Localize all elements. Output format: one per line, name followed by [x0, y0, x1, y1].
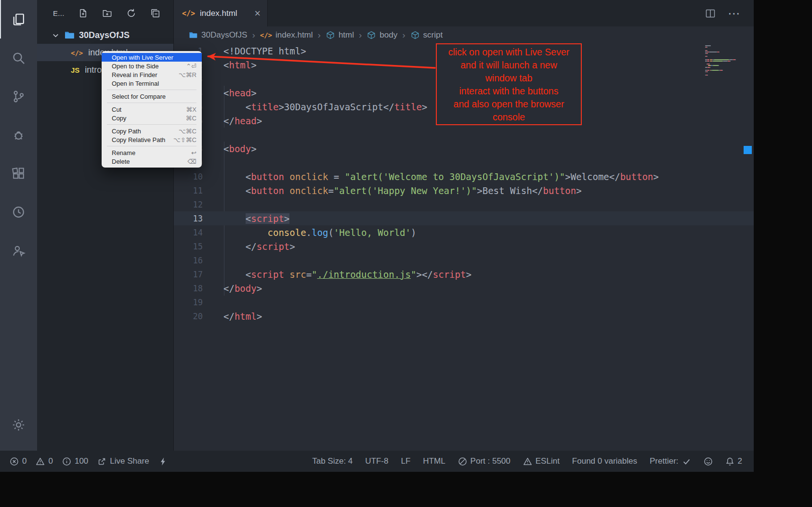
activity-run-and-debug[interactable]: [0, 116, 37, 154]
code-line-10[interactable]: 10 <button onclick = "alert('Welcome to …: [174, 169, 754, 183]
line-number: 17: [174, 270, 203, 279]
code-line-19[interactable]: 19: [174, 295, 754, 309]
status-variables[interactable]: Found 0 variables: [572, 456, 637, 466]
code-text: </body>: [223, 283, 262, 294]
annotation-text-line: click on open with Live Sever: [437, 46, 581, 59]
sidebar-header: E...: [37, 0, 173, 26]
menu-item-label: Open to the Side: [112, 63, 159, 70]
code-text: <body>: [223, 143, 257, 154]
close-icon[interactable]: ×: [254, 8, 261, 19]
code-line-20[interactable]: 20</html>: [174, 309, 754, 323]
annotation-text-line: window tab: [437, 72, 581, 85]
menu-item-rename[interactable]: Rename↩: [102, 148, 202, 157]
code-line-7[interactable]: 7: [174, 128, 754, 142]
split-editor-icon[interactable]: [705, 8, 716, 19]
new-file-button[interactable]: [78, 8, 89, 19]
status-label: UTF-8: [365, 456, 388, 466]
menu-item-delete[interactable]: Delete⌫: [102, 157, 202, 166]
code-line-14[interactable]: 14 console.log('Hello, World'): [174, 225, 754, 239]
html-file-icon: </>: [71, 48, 83, 58]
menu-item-cut[interactable]: Cut⌘X: [102, 105, 202, 114]
warning-icon: [523, 457, 532, 466]
status-tab-size[interactable]: Tab Size: 4: [312, 456, 353, 466]
status-feedback[interactable]: [704, 457, 713, 466]
code-line-12[interactable]: 12: [174, 197, 754, 211]
status-quick-action[interactable]: [158, 457, 168, 466]
menu-item-copy-relative-path[interactable]: Copy Relative Path⌥⇧⌘C: [102, 135, 202, 144]
breadcrumb-30daysofjs[interactable]: 30DaysOfJS: [188, 30, 247, 40]
breadcrumb-script[interactable]: script: [410, 30, 443, 40]
annotation-box: click on open with Live Severand it will…: [436, 43, 582, 125]
tree-folder-30daysofjs[interactable]: 30DaysOfJS: [37, 26, 173, 44]
status-live-share[interactable]: Live Share: [97, 456, 149, 466]
menu-item-open-with-live-server[interactable]: Open with Live Server: [102, 53, 202, 62]
menu-item-copy[interactable]: Copy⌘C: [102, 114, 202, 122]
breadcrumb-separator: ›: [358, 30, 362, 40]
code-line-17[interactable]: 17 <script src="./introduction.js"></scr…: [174, 267, 754, 281]
activity-explorer[interactable]: [0, 0, 37, 39]
status-label: HTML: [423, 456, 445, 466]
breadcrumb-label: index.html: [275, 30, 313, 40]
minimap[interactable]: [705, 45, 740, 76]
source-control-icon: [11, 89, 26, 104]
menu-item-label: Open with Live Server: [112, 54, 173, 61]
menu-item-open-in-terminal[interactable]: Open in Terminal: [102, 79, 202, 88]
code-line-15[interactable]: 15 </script>: [174, 239, 754, 253]
tree-folder-label: 30DaysOfJS: [79, 30, 130, 40]
breadcrumb-html[interactable]: html: [326, 30, 354, 40]
status-label: 100: [75, 456, 88, 466]
status-warnings[interactable]: 0: [36, 456, 52, 466]
status-prettier[interactable]: Prettier:: [650, 456, 691, 466]
chevron-down-icon: [52, 31, 60, 39]
status-notifications[interactable]: 2: [725, 456, 742, 466]
menu-item-label: Select for Compare: [112, 93, 166, 100]
menu-item-label: Copy Relative Path: [112, 136, 165, 143]
status-eol[interactable]: LF: [401, 456, 410, 466]
code-line-9[interactable]: 9: [174, 156, 754, 169]
annotation-text-line: console: [437, 111, 581, 124]
activity-search[interactable]: [0, 39, 37, 77]
status-info-count[interactable]: 100: [62, 456, 88, 466]
breadcrumb-index-html[interactable]: </>index.html: [260, 30, 313, 40]
code-line-16[interactable]: 16: [174, 253, 754, 267]
activity-settings[interactable]: [0, 405, 37, 444]
code-text: </script>: [223, 241, 295, 252]
breadcrumb-separator: ›: [402, 30, 406, 40]
menu-item-reveal-in-finder[interactable]: Reveal in Finder⌥⌘R: [102, 70, 202, 79]
status-bar-right: Tab Size: 4UTF-8LFHTMLPort : 5500ESLintF…: [312, 456, 742, 466]
menu-item-shortcut: ⌘X: [186, 106, 196, 113]
status-encoding[interactable]: UTF-8: [365, 456, 388, 466]
menu-item-select-for-compare[interactable]: Select for Compare: [102, 92, 202, 101]
code-line-13[interactable]: 13 <script>: [174, 211, 754, 225]
code-text: <title>30DaysOfJavaScript</title>: [223, 102, 427, 112]
more-actions-icon[interactable]: ⋯: [728, 7, 741, 20]
breadcrumb-body[interactable]: body: [367, 30, 397, 40]
tab-index-html[interactable]: </> index.html ×: [174, 0, 268, 26]
code-line-18[interactable]: 18</body>: [174, 281, 754, 295]
status-errors[interactable]: 0: [10, 456, 26, 466]
status-label: Port : 5500: [471, 456, 511, 466]
refresh-icon: [126, 8, 137, 19]
menu-item-shortcut: ⌥⌘R: [179, 71, 196, 78]
code-text: </html>: [223, 311, 262, 322]
files-icon: [11, 12, 26, 27]
menu-item-open-to-the-side[interactable]: Open to the Side⌃⏎: [102, 62, 202, 70]
collapse-all-button[interactable]: [150, 8, 161, 19]
menu-separator: [107, 146, 196, 146]
code-line-8[interactable]: 8<body>: [174, 142, 754, 156]
new-folder-button[interactable]: [102, 8, 113, 19]
breadcrumb-separator: ›: [251, 30, 255, 40]
refresh-button[interactable]: [126, 8, 137, 19]
activity-history[interactable]: [0, 193, 37, 231]
scrollbar-marker[interactable]: [744, 146, 752, 154]
code-line-11[interactable]: 11 <button onclick="alert('Happy New Yea…: [174, 183, 754, 197]
activity-extensions[interactable]: [0, 154, 37, 193]
menu-item-copy-path[interactable]: Copy Path⌥⌘C: [102, 127, 202, 135]
status-language-mode[interactable]: HTML: [423, 456, 445, 466]
activity-source-control[interactable]: [0, 77, 37, 116]
activity-live-share[interactable]: [0, 231, 37, 270]
status-eslint[interactable]: ESLint: [523, 456, 560, 466]
status-port[interactable]: Port : 5500: [458, 456, 511, 466]
status-label: ESLint: [536, 456, 560, 466]
line-number: 19: [174, 298, 203, 307]
